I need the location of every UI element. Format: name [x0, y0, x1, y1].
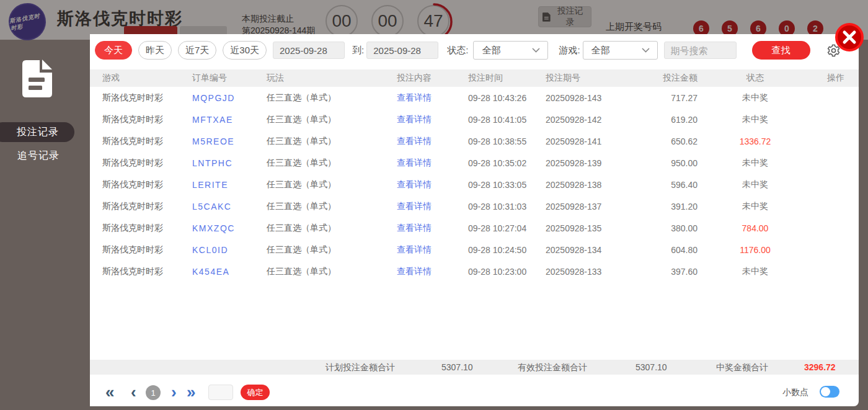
order-link[interactable]: KMXZQC — [192, 223, 267, 233]
decimal-toggle[interactable] — [820, 386, 839, 398]
column-header: 状态 — [698, 73, 813, 84]
cell-period: 20250928-133 — [546, 267, 632, 277]
sidebar-item-chase-records[interactable]: 追号记录 — [17, 149, 60, 163]
next-page-button[interactable]: › — [171, 380, 177, 404]
column-header: 投注金额 — [632, 73, 698, 84]
quick-range-button-2[interactable]: 近7天 — [178, 41, 216, 60]
cell-play: 任三直选（单式） — [267, 179, 397, 190]
table-row: 斯洛伐克时时彩MFTXAE任三直选（单式）查看详情09-28 10:41:052… — [90, 109, 859, 130]
game-select[interactable]: 全部 — [583, 41, 658, 60]
cell-amount: 950.00 — [632, 158, 698, 168]
cell-game: 斯洛伐克时时彩 — [102, 223, 192, 234]
cell-period: 20250928-142 — [546, 115, 632, 125]
table-row: 斯洛伐克时时彩MQPGJD任三直选（单式）查看详情09-28 10:43:262… — [90, 87, 859, 109]
screen: 斯洛伐克时时彩 斯洛伐克时时彩 本期投注截止 第20250928-144期 00… — [0, 0, 868, 410]
period-search-input[interactable] — [664, 42, 737, 59]
planned-total-label: 计划投注金额合计 — [326, 362, 395, 373]
decimal-toggle-label: 小数点 — [782, 387, 808, 398]
prev-page-button[interactable]: ‹ — [131, 380, 136, 404]
current-page-indicator[interactable]: 1 — [146, 385, 161, 400]
table-row: 斯洛伐克时时彩KMXZQC任三直选（单式）查看详情09-28 10:27:042… — [90, 217, 859, 239]
win-amount: 1336.72 — [698, 136, 813, 146]
cell-time: 09-28 10:31:03 — [468, 202, 546, 212]
table-row: 斯洛伐克时时彩M5REOE任三直选（单式）查看详情09-28 10:38:552… — [90, 130, 859, 152]
search-button[interactable]: 查找 — [752, 41, 810, 60]
cell-game: 斯洛伐克时时彩 — [102, 114, 192, 125]
order-link[interactable]: KCL0ID — [192, 245, 267, 255]
cell-amount: 717.27 — [632, 93, 698, 103]
status-text: 未中奖 — [698, 158, 813, 169]
view-details-link[interactable]: 查看详情 — [397, 244, 468, 256]
cell-play: 任三直选（单式） — [267, 92, 397, 104]
game-label: 游戏: — [559, 45, 580, 56]
column-header: 投注内容 — [397, 73, 468, 84]
quick-range-button-3[interactable]: 近30天 — [223, 41, 267, 60]
order-link[interactable]: M5REOE — [192, 136, 267, 146]
win-amount: 1176.00 — [698, 245, 813, 255]
cell-play: 任三直选（单式） — [267, 244, 397, 256]
column-header: 投注期号 — [546, 73, 632, 84]
view-details-link[interactable]: 查看详情 — [397, 201, 468, 212]
view-details-link[interactable]: 查看详情 — [397, 223, 468, 234]
game-select-value: 全部 — [591, 45, 610, 56]
cell-amount: 380.00 — [632, 223, 698, 233]
cell-time: 09-28 10:24:50 — [468, 245, 546, 255]
view-details-link[interactable]: 查看详情 — [397, 266, 468, 277]
column-header: 投注时间 — [468, 73, 546, 84]
view-details-link[interactable]: 查看详情 — [397, 136, 468, 147]
toggle-knob — [821, 387, 830, 396]
order-link[interactable]: L5CAKC — [192, 202, 267, 212]
close-icon[interactable] — [835, 23, 864, 51]
bet-records-modal: 今天昨天近7天近30天 到: 状态: 全部 游戏: 全部 查找 游戏订单编号玩法… — [90, 34, 859, 406]
confirm-page-button[interactable]: 确定 — [241, 385, 270, 400]
cell-game: 斯洛伐克时时彩 — [102, 244, 192, 256]
order-link[interactable]: LERITE — [192, 180, 267, 190]
status-label: 状态: — [447, 45, 468, 56]
table-header: 游戏订单编号玩法投注内容投注时间投注期号投注金额状态操作 — [90, 69, 859, 87]
cell-time: 09-28 10:43:26 — [468, 93, 546, 103]
cell-game: 斯洛伐克时时彩 — [102, 158, 192, 169]
table-row: 斯洛伐克时时彩L5CAKC任三直选（单式）查看详情09-28 10:31:032… — [90, 195, 859, 217]
order-link[interactable]: LNTPHC — [192, 158, 267, 168]
cell-time: 09-28 10:38:55 — [468, 136, 546, 146]
order-link[interactable]: K454EA — [192, 267, 267, 277]
quick-range-button-1[interactable]: 昨天 — [138, 41, 172, 60]
cell-amount: 397.60 — [632, 267, 698, 277]
date-from-input[interactable] — [273, 42, 345, 59]
view-details-link[interactable]: 查看详情 — [397, 179, 468, 190]
cell-time: 09-28 10:35:02 — [468, 158, 546, 168]
status-select-value: 全部 — [482, 45, 500, 56]
date-to-input[interactable] — [366, 42, 438, 59]
view-details-link[interactable]: 查看详情 — [397, 114, 468, 125]
view-details-link[interactable]: 查看详情 — [397, 158, 468, 169]
pagination-bar: « ‹ 1 › » 确定 小数点 — [90, 378, 859, 406]
status-text: 未中奖 — [698, 92, 813, 104]
date-to-label: 到: — [352, 45, 364, 56]
page-number-input[interactable] — [208, 385, 233, 400]
status-text: 未中奖 — [698, 201, 813, 212]
cell-game: 斯洛伐克时时彩 — [102, 92, 192, 104]
last-page-button[interactable]: » — [187, 380, 195, 404]
filter-bar: 今天昨天近7天近30天 到: 状态: 全部 游戏: 全部 查找 — [90, 34, 859, 66]
order-link[interactable]: MQPGJD — [192, 93, 267, 103]
status-text: 未中奖 — [698, 179, 813, 190]
first-page-button[interactable]: « — [105, 380, 114, 404]
cell-game: 斯洛伐克时时彩 — [102, 201, 192, 212]
status-text: 未中奖 — [698, 266, 813, 277]
sidebar-item-bet-records[interactable]: 投注记录 — [0, 122, 74, 142]
cell-amount: 596.40 — [632, 180, 698, 190]
column-header: 游戏 — [102, 73, 192, 84]
cell-period: 20250928-134 — [546, 245, 632, 255]
cell-game: 斯洛伐克时时彩 — [102, 266, 192, 277]
planned-total-value: 5307.10 — [441, 362, 473, 372]
cell-time: 09-28 10:23:00 — [468, 267, 546, 277]
win-amount: 784.00 — [698, 223, 813, 233]
order-link[interactable]: MFTXAE — [192, 115, 267, 125]
view-details-link[interactable]: 查看详情 — [397, 92, 468, 104]
cell-play: 任三直选（单式） — [267, 114, 397, 125]
quick-range-button-0[interactable]: 今天 — [95, 41, 132, 60]
status-select[interactable]: 全部 — [473, 41, 548, 60]
cell-amount: 391.20 — [632, 202, 698, 212]
table-row: 斯洛伐克时时彩LNTPHC任三直选（单式）查看详情09-28 10:35:022… — [90, 152, 859, 174]
cell-period: 20250928-138 — [546, 180, 632, 190]
